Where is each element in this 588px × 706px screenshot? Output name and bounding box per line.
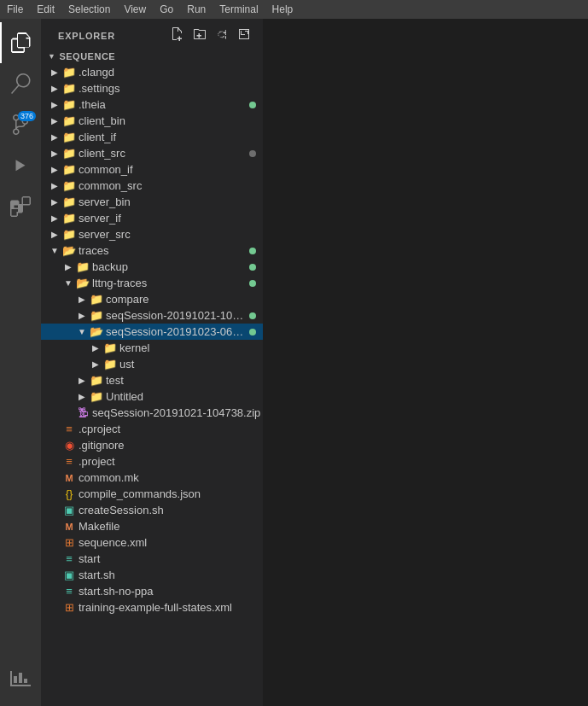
arrow-icon: ▶ bbox=[48, 84, 61, 93]
tree-item-theia[interactable]: ▶ 📁 .theia bbox=[41, 96, 263, 113]
tree-item-common-mk[interactable]: ▶ M common.mk bbox=[41, 470, 263, 486]
new-file-icon[interactable] bbox=[169, 26, 186, 45]
status-dot bbox=[249, 150, 256, 157]
run-activity-icon[interactable] bbox=[0, 145, 41, 186]
tree-item-client-bin[interactable]: ▶ 📁 client_bin bbox=[41, 113, 263, 129]
makefile-icon: M bbox=[61, 522, 77, 532]
arrow-icon: ▶ bbox=[48, 197, 61, 207]
folder-icon: 📁 bbox=[61, 98, 77, 111]
tree-item-zip[interactable]: ▶ 🗜 seqSession-20191021-104738.zip bbox=[41, 405, 263, 421]
chart-activity-icon[interactable] bbox=[0, 658, 41, 699]
tree-item-gitignore[interactable]: ▶ ◉ .gitignore bbox=[41, 437, 263, 453]
sidebar: EXPLORER bbox=[41, 19, 263, 706]
new-folder-icon[interactable] bbox=[191, 26, 208, 45]
main-area: 376 EXPLORER bbox=[0, 19, 588, 706]
tree-item-traces[interactable]: ▼ 📂 traces bbox=[41, 242, 263, 259]
arrow-icon: ▼ bbox=[75, 327, 89, 336]
tree-item-start-sh-no-ppa[interactable]: ▶ ≡ start.sh-no-ppa bbox=[41, 583, 263, 599]
folder-icon: 📁 bbox=[61, 179, 77, 192]
status-dot bbox=[249, 280, 256, 287]
tree-item-settings[interactable]: ▶ 📁 .settings bbox=[41, 80, 263, 96]
menu-bar: File Edit Selection View Go Run Terminal… bbox=[0, 0, 588, 19]
tree-item-server-bin[interactable]: ▶ 📁 server_bin bbox=[41, 194, 263, 210]
refresh-icon[interactable] bbox=[213, 26, 230, 45]
arrow-icon: ▶ bbox=[48, 132, 61, 142]
zip-icon: 🗜 bbox=[75, 406, 90, 419]
folder-icon: 📁 bbox=[61, 147, 77, 160]
arrow-icon: ▶ bbox=[48, 116, 61, 125]
tree-item-compile-commands[interactable]: ▶ {} compile_commands.json bbox=[41, 486, 263, 502]
tree-item-common-src[interactable]: ▶ 📁 common_src bbox=[41, 178, 263, 194]
menu-item-view[interactable]: View bbox=[117, 2, 153, 17]
xml-icon: ≡ bbox=[61, 423, 77, 435]
shell-icon: ≡ bbox=[61, 585, 77, 598]
arrow-icon: ▶ bbox=[75, 376, 89, 385]
folder-icon: 📂 bbox=[75, 277, 90, 289]
folder-icon: 📂 bbox=[89, 325, 104, 338]
activity-bar: 376 bbox=[0, 19, 41, 706]
arrow-icon: ▶ bbox=[75, 311, 89, 320]
tree-item-lttng-traces[interactable]: ▼ 📂 lttng-traces bbox=[41, 275, 263, 291]
menu-item-go[interactable]: Go bbox=[153, 2, 180, 17]
menu-item-selection[interactable]: Selection bbox=[61, 2, 117, 17]
arrow-icon: ▶ bbox=[61, 262, 75, 271]
menu-item-terminal[interactable]: Terminal bbox=[212, 2, 265, 17]
tree-item-backup[interactable]: ▶ 📁 backup bbox=[41, 259, 263, 275]
tree-item-server-src[interactable]: ▶ 📁 server_src bbox=[41, 226, 263, 242]
tree-item-seqsession-1023[interactable]: ▼ 📂 seqSession-20191023-061453 bbox=[41, 324, 263, 340]
tree-item-test[interactable]: ▶ 📁 test bbox=[41, 372, 263, 388]
tree-item-client-if[interactable]: ▶ 📁 client_if bbox=[41, 129, 263, 145]
folder-icon: 📁 bbox=[61, 131, 77, 143]
tree-item-start-sh[interactable]: ▶ ▣ start.sh bbox=[41, 567, 263, 583]
tree-item-cproject[interactable]: ▶ ≡ .cproject bbox=[41, 421, 263, 437]
explorer-title: EXPLORER bbox=[58, 31, 115, 41]
folder-icon: 📁 bbox=[61, 163, 77, 176]
folder-icon: 📁 bbox=[89, 390, 104, 403]
collapse-icon[interactable] bbox=[236, 26, 253, 45]
menu-item-edit[interactable]: Edit bbox=[30, 2, 61, 17]
shell-icon: ▣ bbox=[61, 504, 77, 516]
file-tree: ▼ SEQUENCE ▶ 📁 .clangd ▶ 📁 .settings ▶ 📁… bbox=[41, 49, 263, 706]
arrow-icon: ▼ bbox=[48, 246, 61, 255]
tree-item-ust[interactable]: ▶ 📁 ust bbox=[41, 356, 263, 372]
status-dot bbox=[249, 264, 256, 271]
tree-item-project[interactable]: ▶ ≡ .project bbox=[41, 453, 263, 470]
source-control-activity-icon[interactable]: 376 bbox=[0, 104, 41, 145]
arrow-icon: ▶ bbox=[75, 295, 89, 304]
folder-icon: 📂 bbox=[61, 244, 77, 257]
menu-item-file[interactable]: File bbox=[0, 2, 30, 17]
tree-item-client-src[interactable]: ▶ 📁 client_src bbox=[41, 145, 263, 161]
tree-item-makefile[interactable]: ▶ M Makefile bbox=[41, 518, 263, 534]
tree-item-seqsession-1021[interactable]: ▶ 📁 seqSession-20191021-104738 bbox=[41, 307, 263, 324]
tree-item-sequence-xml[interactable]: ▶ ⊞ sequence.xml bbox=[41, 534, 263, 551]
tree-item-server-if[interactable]: ▶ 📁 server_if bbox=[41, 210, 263, 226]
folder-icon: 📁 bbox=[61, 195, 77, 208]
folder-icon: 📁 bbox=[75, 260, 90, 273]
tree-item-clangd[interactable]: ▶ 📁 .clangd bbox=[41, 64, 263, 80]
status-dot bbox=[249, 329, 256, 335]
folder-icon: 📁 bbox=[61, 114, 77, 127]
tree-item-compare[interactable]: ▶ 📁 compare bbox=[41, 291, 263, 307]
arrow-icon: ▼ bbox=[61, 278, 75, 288]
menu-item-help[interactable]: Help bbox=[265, 2, 300, 17]
extensions-activity-icon[interactable] bbox=[0, 186, 41, 227]
folder-icon: 📁 bbox=[89, 309, 104, 322]
tree-item-common-if[interactable]: ▶ 📁 common_if bbox=[41, 161, 263, 178]
makefile-icon: M bbox=[61, 473, 77, 483]
tree-item-training-example[interactable]: ▶ ⊞ training-example-full-states.xml bbox=[41, 599, 263, 616]
arrow-icon: ▶ bbox=[48, 100, 61, 109]
files-activity-icon[interactable] bbox=[0, 22, 41, 63]
menu-item-run[interactable]: Run bbox=[180, 2, 212, 17]
sequence-section-header[interactable]: ▼ SEQUENCE bbox=[41, 49, 263, 64]
tree-item-createsession[interactable]: ▶ ▣ createSession.sh bbox=[41, 502, 263, 518]
folder-icon: 📁 bbox=[61, 66, 77, 79]
arrow-icon: ▶ bbox=[48, 149, 61, 158]
editor-area bbox=[263, 19, 588, 706]
json-icon: {} bbox=[61, 487, 77, 500]
tree-item-start[interactable]: ▶ ≡ start bbox=[41, 551, 263, 567]
tree-item-kernel[interactable]: ▶ 📁 kernel bbox=[41, 340, 263, 356]
git-icon: ◉ bbox=[61, 439, 77, 452]
arrow-icon: ▶ bbox=[48, 213, 61, 223]
tree-item-untitled[interactable]: ▶ 📁 Untitled bbox=[41, 388, 263, 405]
search-activity-icon[interactable] bbox=[0, 63, 41, 104]
